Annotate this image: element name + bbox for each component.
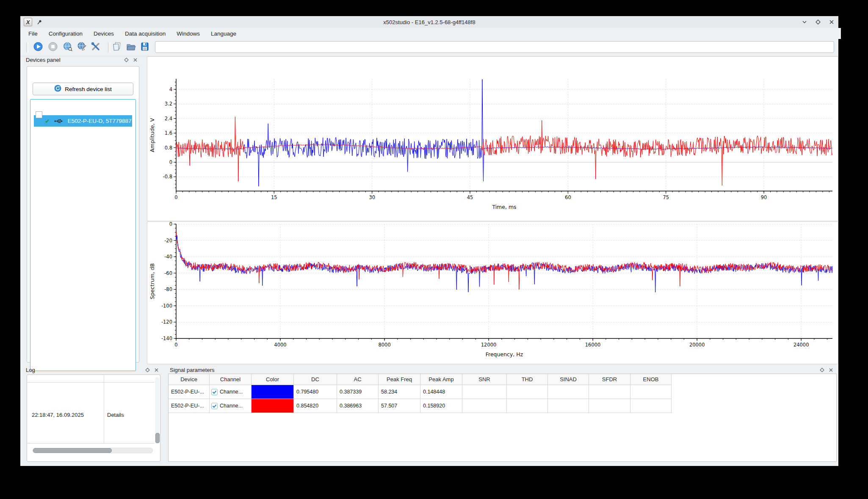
log-table[interactable]: 22:18:47, 16.09.2025 Details (28, 375, 154, 444)
column-header-peak-freq[interactable]: Peak Freq (379, 374, 420, 385)
cell-peak-freq: 58.234 (379, 385, 420, 399)
cell-device[interactable]: E502-P-EU-... (169, 385, 210, 399)
scrollbar-thumb[interactable] (33, 448, 112, 453)
menu-bar: FileConfigurationDevicesData acquisition… (20, 28, 841, 39)
log-panel: Log 22:18:47, 16.09.2025 Details (24, 365, 163, 465)
toolbar-handle[interactable] (26, 42, 28, 53)
log-vertical-scrollbar[interactable] (155, 377, 159, 444)
refresh-device-list-button[interactable]: Refresh device list (33, 83, 133, 95)
globe-search-icon (63, 42, 73, 53)
float-panel-icon[interactable] (124, 58, 129, 62)
device-item[interactable]: ✔ E502-P-EU-D, 5T779887 (34, 115, 132, 127)
copy-button[interactable] (111, 42, 122, 53)
cell-peak-freq: 57.507 (379, 399, 420, 413)
tree-expander[interactable] (36, 111, 42, 118)
time-domain-chart[interactable]: 015304560759043.22.41.60.80-0.8Time, msA… (147, 57, 838, 221)
menu-language[interactable]: Language (205, 29, 242, 39)
svg-text:0: 0 (169, 222, 172, 227)
cell-sinad (548, 399, 589, 413)
time-domain-chart-panel: 015304560759043.22.41.60.80-0.8Time, msA… (147, 56, 838, 221)
green-check-icon: ✔ (45, 118, 50, 125)
column-header-color[interactable]: Color (252, 374, 294, 385)
cell-device[interactable]: E502-P-EU-... (169, 399, 210, 413)
svg-text:-120: -120 (161, 319, 172, 325)
close-panel-icon[interactable] (133, 58, 138, 62)
close-panel-icon[interactable] (154, 368, 159, 372)
channel-checkbox[interactable] (211, 403, 218, 409)
float-panel-icon[interactable] (145, 368, 150, 372)
network-globe-button[interactable] (62, 42, 73, 53)
spectrum-chart[interactable]: 040008000120001600020000240000-20-40-60-… (147, 222, 838, 364)
log-row-time[interactable]: 22:18:47, 16.09.2025 (32, 412, 84, 418)
svg-text:Amplitude, V: Amplitude, V (149, 118, 155, 152)
toolbar-path-field[interactable] (155, 41, 834, 53)
title-bar[interactable]: X x502studio - E16_v1.2.5-68-g4ff148f8 (20, 16, 838, 28)
cell-thd (507, 385, 548, 399)
tools-icon (91, 42, 101, 53)
svg-text:0: 0 (174, 342, 177, 348)
menu-configuration[interactable]: Configuration (43, 29, 88, 39)
menu-devices[interactable]: Devices (88, 29, 119, 39)
maximize-button[interactable] (815, 19, 821, 25)
svg-text:16000: 16000 (585, 342, 601, 348)
window-title: x502studio - E16_v1.2.5-68-g4ff148f8 (20, 19, 838, 25)
settings-tools-button[interactable] (90, 42, 101, 53)
cell-enob (630, 399, 672, 413)
column-header-enob[interactable]: ENOB (630, 374, 672, 385)
column-header-sinad[interactable]: SINAD (548, 374, 589, 385)
svg-text:0: 0 (169, 159, 172, 165)
svg-text:-20: -20 (164, 238, 172, 244)
svg-text:2.4: 2.4 (165, 116, 172, 122)
channel-color-swatch[interactable] (252, 385, 293, 399)
channel-checkbox[interactable] (211, 389, 218, 395)
menu-file[interactable]: File (23, 29, 43, 39)
cell-channel: Channe... (210, 385, 252, 399)
column-header-ac[interactable]: AC (337, 374, 379, 385)
device-tree[interactable]: ✔ E502-P-EU-D, 5T779887 (30, 99, 136, 371)
cell-enob (630, 385, 672, 399)
minimize-button[interactable] (801, 19, 808, 25)
svg-text:-80: -80 (164, 286, 172, 292)
svg-text:24000: 24000 (793, 342, 809, 348)
menu-windows[interactable]: Windows (171, 29, 205, 39)
svg-text:Spectrum, dB: Spectrum, dB (149, 263, 155, 299)
channel-color-swatch[interactable] (252, 399, 293, 413)
svg-text:15: 15 (271, 194, 277, 200)
log-horizontal-scrollbar[interactable] (33, 448, 153, 453)
scrollbar-thumb[interactable] (155, 433, 160, 443)
column-header-peak-amp[interactable]: Peak Amp (420, 374, 462, 385)
globe-edit-button[interactable] (76, 42, 87, 53)
stop-button[interactable] (47, 42, 58, 53)
refresh-icon (54, 85, 61, 93)
cell-thd (507, 399, 548, 413)
close-button[interactable] (828, 19, 835, 25)
svg-text:-60: -60 (164, 270, 172, 276)
signal-parameters-panel: Signal parameters DeviceChannelColorDCAC… (166, 365, 838, 465)
column-header-sfdr[interactable]: SFDR (589, 374, 630, 385)
svg-text:1.6: 1.6 (165, 130, 172, 136)
svg-text:0: 0 (174, 194, 177, 200)
start-button[interactable] (33, 42, 44, 53)
folder-open-icon (126, 42, 136, 53)
close-panel-icon[interactable] (829, 368, 833, 372)
cell-color[interactable] (252, 385, 294, 399)
signal-parameters-table: DeviceChannelColorDCACPeak FreqPeak AmpS… (169, 374, 672, 413)
column-header-thd[interactable]: THD (507, 374, 548, 385)
cell-ac: 0.386963 (337, 399, 379, 413)
column-header-device[interactable]: Device (169, 374, 210, 385)
save-button[interactable] (139, 42, 150, 53)
cell-channel: Channe... (210, 399, 252, 413)
toolbar-separator (108, 42, 110, 53)
cell-color[interactable] (252, 399, 294, 413)
log-row-details[interactable]: Details (107, 412, 124, 418)
svg-text:45: 45 (467, 194, 473, 200)
float-panel-icon[interactable] (820, 368, 824, 372)
svg-text:60: 60 (565, 194, 571, 200)
menu-data-acquisition[interactable]: Data acquisition (119, 29, 171, 39)
column-header-snr[interactable]: SNR (462, 374, 507, 385)
column-header-channel[interactable]: Channel (210, 374, 252, 385)
open-button[interactable] (125, 42, 136, 53)
cell-ac: 0.387339 (337, 385, 379, 399)
svg-text:-0.8: -0.8 (163, 174, 172, 180)
column-header-dc[interactable]: DC (294, 374, 337, 385)
